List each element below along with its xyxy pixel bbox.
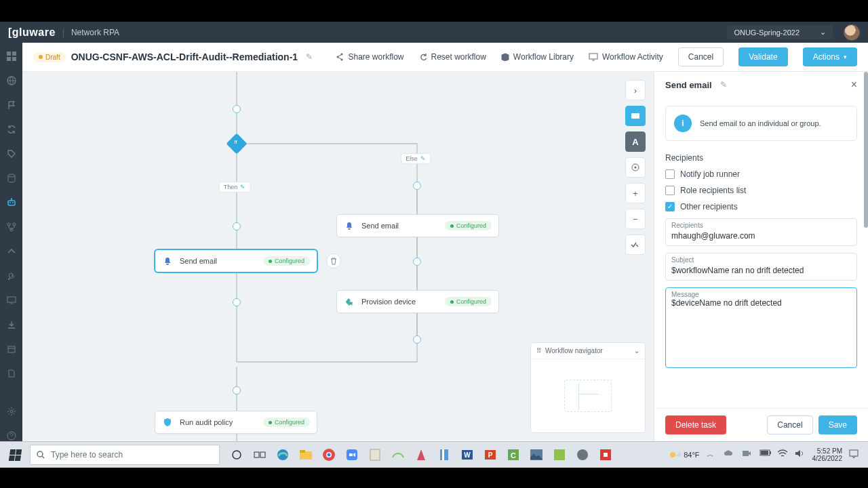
node-run-audit[interactable]: Run audit policy Configured [155, 411, 317, 434]
cancel-button[interactable]: Cancel [678, 47, 724, 66]
taskbar-app4-icon[interactable] [549, 445, 570, 465]
else-branch-label[interactable]: Else✎ [401, 153, 431, 164]
node-provision-device[interactable]: Provision device Configured [336, 290, 499, 313]
message-field[interactable]: Message [665, 287, 857, 368]
taskbar-notes-icon[interactable] [365, 445, 385, 465]
notify-job-runner-checkbox[interactable]: Notify job runner [665, 169, 857, 179]
tray-wifi-icon[interactable] [777, 449, 788, 460]
taskbar-img-icon[interactable] [526, 445, 547, 465]
add-node-icon[interactable] [233, 298, 241, 306]
nav-sync-icon[interactable] [6, 124, 17, 135]
delete-node-icon[interactable] [326, 253, 341, 268]
taskbar-word-icon[interactable]: W [457, 445, 477, 465]
share-workflow-button[interactable]: Share workflow [336, 52, 403, 62]
role-recipients-checkbox[interactable]: Role recipients list [665, 186, 857, 195]
panel-save-button[interactable]: Save [818, 415, 857, 434]
subject-field[interactable]: Subject [665, 253, 857, 281]
node-send-email-else[interactable]: Send email Configured [336, 214, 499, 237]
nav-tag-icon[interactable] [6, 148, 17, 159]
nav-settings-icon[interactable] [6, 406, 17, 417]
nav-tool-icon[interactable] [6, 270, 17, 281]
tray-clock[interactable]: 5:52 PM4/26/2022 [812, 447, 843, 462]
taskbar-explorer-icon[interactable] [296, 445, 316, 465]
panel-cancel-button[interactable]: Cancel [767, 415, 812, 434]
tool-target-icon[interactable] [625, 157, 646, 178]
recipients-field[interactable]: Recipients [665, 218, 857, 246]
nav-download-icon[interactable] [6, 319, 17, 330]
edit-title-icon[interactable]: ✎ [720, 80, 727, 89]
reset-workflow-button[interactable]: Reset workflow [419, 52, 486, 62]
node-title: Send email [361, 222, 399, 230]
tray-volume-icon[interactable] [795, 449, 806, 460]
workflow-navigator[interactable]: ⠿ Workflow navigator ⌄ [530, 342, 646, 433]
taskbar-camtasia-icon[interactable]: C [503, 445, 524, 465]
delete-task-button[interactable]: Delete task [665, 415, 726, 434]
tray-onedrive-icon[interactable] [724, 449, 735, 460]
edit-name-icon[interactable]: ✎ [306, 52, 313, 62]
nav-dashboard-icon[interactable] [6, 51, 17, 62]
taskbar-taskview-icon[interactable] [250, 445, 270, 465]
workflow-library-button[interactable]: Workflow Library [501, 52, 574, 62]
nav-calendar-icon[interactable] [6, 344, 17, 354]
add-node-icon[interactable] [233, 386, 241, 394]
recipients-input[interactable] [671, 231, 851, 241]
nav-rpa-icon[interactable] [6, 197, 17, 208]
field-label: Recipients [671, 222, 851, 229]
taskbar-search[interactable]: Type here to search [30, 445, 220, 465]
add-node-icon[interactable] [413, 258, 421, 266]
tool-check-icon[interactable] [625, 235, 646, 255]
taskbar-zoom-icon[interactable] [342, 445, 362, 465]
nav-monitor-icon[interactable] [6, 295, 17, 306]
tool-view-icon[interactable] [625, 106, 646, 126]
nav-flag-icon[interactable] [6, 100, 17, 110]
minimap[interactable] [564, 380, 612, 412]
actions-dropdown[interactable]: Actions▾ [803, 47, 857, 66]
start-button[interactable] [4, 445, 26, 464]
workflow-activity-button[interactable]: Workflow Activity [589, 52, 663, 62]
svg-rect-13 [7, 297, 16, 302]
taskbar-powerpoint-icon[interactable]: P [480, 445, 500, 465]
nav-collapse-icon[interactable] [6, 246, 17, 257]
taskbar-app5-icon[interactable] [572, 445, 593, 465]
nav-globe-icon[interactable] [6, 75, 17, 86]
tray-meet-icon[interactable] [742, 449, 753, 460]
close-panel-icon[interactable]: × [851, 79, 857, 91]
info-box: i Send email to an individual or group. [665, 106, 857, 141]
canvas[interactable]: If Then✎ Else✎ Send email Configured Sen… [22, 72, 654, 441]
node-send-email-then[interactable]: Send email Configured [155, 249, 317, 272]
zoom-out-icon[interactable]: − [625, 209, 646, 229]
add-node-icon[interactable] [233, 222, 241, 230]
validate-button[interactable]: Validate [738, 47, 787, 66]
then-branch-label[interactable]: Then✎ [219, 182, 251, 192]
tray-notifications-icon[interactable] [849, 449, 860, 460]
tray-battery-icon[interactable] [760, 449, 770, 460]
taskbar-chrome-icon[interactable] [319, 445, 339, 465]
nav-help-icon[interactable] [6, 430, 17, 441]
taskbar-app3-icon[interactable] [434, 445, 454, 465]
taskbar-app2-icon[interactable] [411, 445, 431, 465]
add-node-icon[interactable] [413, 182, 421, 190]
message-textarea[interactable] [671, 298, 851, 361]
tool-text-icon[interactable]: A [625, 131, 646, 152]
svg-rect-53 [761, 451, 768, 455]
tray-chevron-icon[interactable]: ︿ [707, 449, 717, 460]
weather-widget[interactable]: 84°F [669, 450, 699, 460]
subject-input[interactable] [671, 266, 851, 275]
taskbar-edge-icon[interactable] [273, 445, 293, 465]
field-label: Subject [671, 256, 851, 264]
other-recipients-checkbox[interactable]: Other recipients [665, 202, 857, 211]
nav-doc-icon[interactable] [6, 368, 17, 379]
toggle-panel-icon[interactable]: › [625, 80, 646, 100]
project-selector[interactable]: ONUG-Spring-2022 ⌄ [727, 25, 833, 39]
nav-branch-icon[interactable] [6, 222, 17, 232]
configured-chip: Configured [445, 221, 492, 230]
nav-db-icon[interactable] [6, 173, 17, 184]
user-avatar[interactable] [844, 24, 860, 41]
add-node-icon[interactable] [233, 105, 241, 113]
configured-chip: Configured [445, 297, 492, 306]
zoom-in-icon[interactable]: + [625, 183, 646, 203]
taskbar-app1-icon[interactable] [388, 445, 408, 465]
taskbar-recorder-icon[interactable] [595, 445, 616, 465]
taskbar-cortana-icon[interactable] [226, 445, 247, 465]
add-node-icon[interactable] [413, 336, 421, 344]
